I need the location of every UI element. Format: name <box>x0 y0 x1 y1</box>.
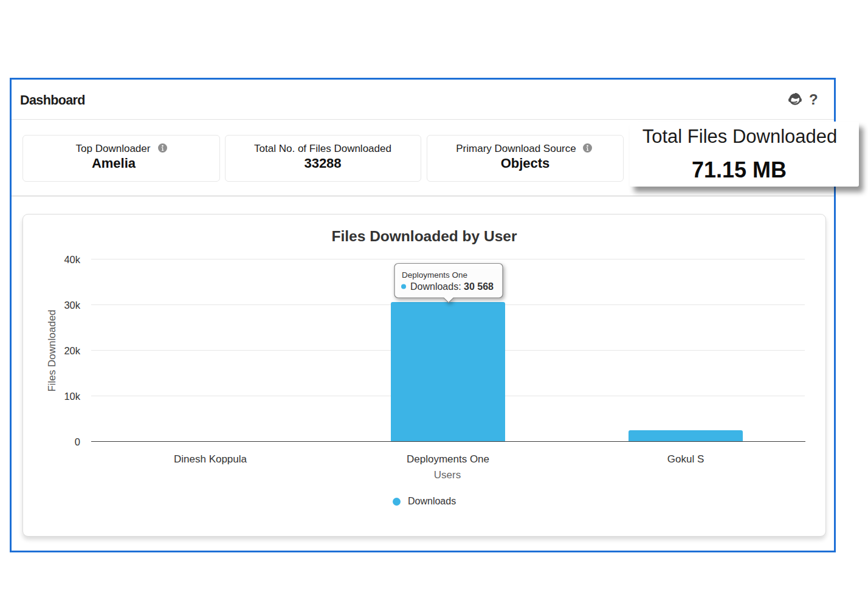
svg-text:Downloads: 30 568: Downloads: 30 568 <box>410 281 494 292</box>
svg-text:Deployments One: Deployments One <box>402 270 467 280</box>
